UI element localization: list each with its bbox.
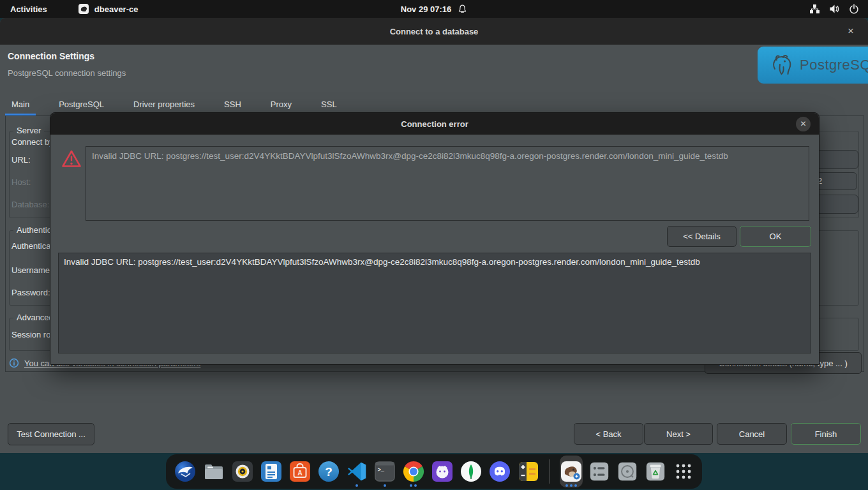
dock-item-help[interactable]: ? — [317, 456, 340, 487]
system-tray[interactable] — [809, 0, 859, 18]
details-toggle-button[interactable]: << Details — [667, 226, 737, 247]
info-icon — [9, 358, 19, 368]
postgresql-logo-text: PostgreSQL — [800, 57, 868, 73]
ok-button[interactable]: OK — [740, 226, 811, 247]
next-button[interactable]: Next > — [644, 423, 713, 445]
svg-text:?: ? — [325, 465, 333, 479]
error-details-textarea[interactable]: Invalid JDBC URL: postgres://test_user:d… — [58, 253, 811, 353]
focused-app-indicator[interactable]: dbeaver-ce — [78, 3, 138, 15]
calculator-icon — [517, 460, 540, 483]
dock-item-calculator[interactable] — [517, 456, 540, 487]
mongodb-icon — [460, 460, 483, 483]
error-message-box: Invalid JDBC URL: postgres://test_user:d… — [86, 146, 809, 221]
password-label: Password: — [11, 288, 50, 297]
url-label: URL: — [11, 155, 31, 165]
help-icon: ? — [317, 460, 340, 483]
volume-icon — [829, 4, 840, 14]
error-dialog-title: Connection error — [401, 119, 468, 129]
connect-by-label: Connect by: — [11, 137, 56, 147]
files-folder-icon — [202, 460, 225, 483]
clock-text: Nov 29 07:16 — [401, 4, 452, 14]
host-label: Host: — [11, 177, 31, 187]
test-connection-button[interactable]: Test Connection ... — [8, 423, 94, 445]
dock-item-libreoffice-writer[interactable] — [260, 456, 283, 487]
thunderbird-icon — [174, 460, 197, 483]
server-group-label: Server — [13, 126, 44, 135]
dbeaver-icon — [560, 460, 583, 483]
top-bar: Activities dbeaver-ce Nov 29 07:16 — [0, 0, 868, 18]
vscode-icon — [346, 461, 368, 482]
window-close-icon[interactable]: × — [842, 23, 859, 40]
dock-item-disks[interactable] — [616, 456, 638, 487]
finish-button[interactable]: Finish — [791, 423, 861, 445]
dock-item-app-grid[interactable] — [672, 456, 694, 487]
power-icon — [849, 4, 859, 14]
svg-text:>_: >_ — [378, 467, 385, 473]
dock-item-trash[interactable] — [644, 456, 666, 487]
dock-item-files[interactable] — [202, 456, 225, 487]
cancel-button[interactable]: Cancel — [717, 423, 787, 445]
error-details-text: Invalid JDBC URL: postgres://test_user:d… — [64, 257, 700, 267]
window-title: Connect to a database — [390, 27, 479, 36]
chrome-icon — [402, 460, 425, 483]
ubuntu-software-icon: A — [288, 460, 311, 483]
warning-icon — [61, 149, 82, 169]
postgresql-elephant-icon — [769, 52, 795, 78]
dock-item-terminal[interactable]: >_ — [374, 456, 396, 487]
notification-bell-icon — [458, 4, 467, 14]
screen: { "topbar": { "activities_label": "Activ… — [0, 0, 868, 490]
dock-item-github-desktop[interactable] — [431, 456, 454, 487]
system-monitor-icon — [588, 461, 610, 482]
activities-button[interactable]: Activities — [10, 4, 47, 14]
dock-item-ubuntu-software[interactable]: A — [288, 456, 311, 487]
dock-separator — [550, 459, 550, 484]
dock-item-rhythmbox[interactable] — [231, 456, 254, 487]
back-button[interactable]: < Back — [574, 423, 643, 445]
dock-item-discord[interactable] — [488, 456, 511, 487]
github-icon — [431, 460, 454, 483]
dock-item-chrome[interactable] — [402, 456, 425, 487]
page-title: Connection Settings — [8, 51, 94, 61]
rhythmbox-icon — [231, 460, 254, 483]
terminal-icon: >_ — [374, 461, 396, 482]
connection-error-dialog: Connection error ✕ Invalid JDBC URL: pos… — [50, 112, 819, 365]
error-message-text: Invalid JDBC URL: postgres://test_user:d… — [92, 151, 728, 161]
connect-database-window: Connect to a database × Connection Setti… — [0, 18, 868, 453]
svg-text:A: A — [297, 469, 303, 477]
disks-icon — [617, 461, 638, 482]
focused-app-name: dbeaver-ce — [94, 4, 138, 14]
app-grid-icon — [674, 462, 693, 481]
postgresql-logo: PostgreSQL — [758, 47, 868, 84]
dock-item-system-monitor[interactable] — [588, 456, 611, 487]
trash-icon — [645, 461, 666, 482]
clock-button[interactable]: Nov 29 07:16 — [401, 4, 468, 14]
error-dialog-titlebar[interactable]: Connection error ✕ — [50, 113, 819, 135]
dock-item-dbeaver[interactable] — [560, 456, 583, 487]
dock: A ? >_ — [166, 454, 702, 489]
writer-icon — [260, 460, 283, 483]
error-dialog-close-icon[interactable]: ✕ — [796, 117, 811, 131]
dock-item-mongodb-compass[interactable] — [460, 456, 483, 487]
database-label: Database: — [11, 200, 49, 209]
dbeaver-app-icon — [78, 3, 89, 15]
window-titlebar[interactable]: Connect to a database × — [0, 18, 868, 45]
discord-icon — [488, 460, 511, 483]
tab-main[interactable]: Main — [8, 96, 33, 115]
network-icon — [809, 4, 820, 14]
username-label: Username: — [11, 265, 52, 275]
page-subtitle: PostgreSQL connection settings — [8, 68, 126, 78]
dock-item-vscode[interactable] — [346, 456, 368, 487]
dock-item-thunderbird[interactable] — [174, 456, 197, 487]
